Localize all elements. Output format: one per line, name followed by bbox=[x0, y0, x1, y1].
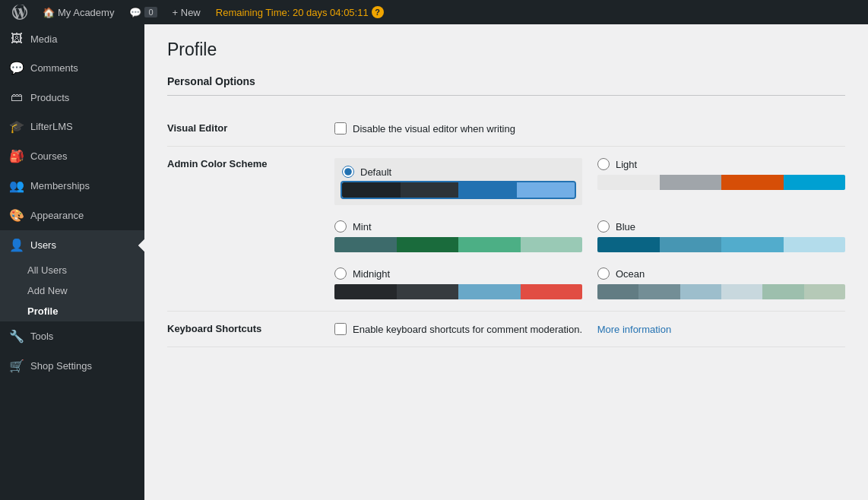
submenu-profile[interactable]: Profile bbox=[0, 301, 144, 321]
visual-editor-row: Visual Editor Disable the visual editor … bbox=[167, 111, 845, 147]
color-scheme-midnight-box bbox=[334, 284, 582, 299]
users-icon: 👤 bbox=[9, 238, 24, 252]
color-scheme-blue-radio[interactable] bbox=[597, 220, 610, 233]
site-name-button[interactable]: 🏠 My Academy bbox=[36, 0, 120, 24]
sidebar-item-media[interactable]: 🖼 Media bbox=[0, 24, 144, 53]
tools-icon: 🔧 bbox=[9, 329, 24, 343]
sidebar-item-comments[interactable]: 💬 Comments bbox=[0, 53, 144, 83]
wp-logo-button[interactable] bbox=[6, 0, 33, 24]
color-scheme-mint-radio[interactable] bbox=[334, 220, 347, 233]
keyboard-shortcuts-checkbox[interactable] bbox=[334, 323, 347, 335]
admin-color-scheme-label: Admin Color Scheme bbox=[167, 147, 334, 312]
color-scheme-mint[interactable]: Mint bbox=[334, 220, 582, 252]
submenu-add-new[interactable]: Add New bbox=[0, 280, 144, 301]
keyboard-shortcuts-label: Keyboard Shortcuts bbox=[167, 312, 334, 347]
shop-settings-icon: 🛒 bbox=[9, 359, 24, 373]
courses-icon: 🎒 bbox=[9, 149, 24, 163]
sidebar-item-appearance[interactable]: 🎨 Appearance bbox=[0, 201, 144, 230]
admin-color-scheme-row: Admin Color Scheme Default bbox=[167, 147, 845, 312]
visual-editor-checkbox-label[interactable]: Disable the visual editor when writing bbox=[334, 122, 845, 134]
color-scheme-light-box bbox=[597, 175, 845, 190]
color-scheme-ocean[interactable]: Ocean bbox=[597, 267, 845, 299]
comments-icon: 💬 bbox=[9, 61, 24, 75]
visual-editor-label: Visual Editor bbox=[167, 111, 334, 147]
color-scheme-default-label: Default bbox=[360, 166, 391, 178]
new-content-button[interactable]: + New bbox=[166, 0, 207, 24]
color-scheme-default-box bbox=[342, 182, 575, 198]
keyboard-shortcuts-checkbox-label[interactable]: Enable keyboard shortcuts for comment mo… bbox=[334, 323, 845, 335]
remaining-time: Remaining Time: 20 days 04:05:11 ? bbox=[216, 6, 384, 18]
sidebar-item-shop-settings[interactable]: 🛒 Shop Settings bbox=[0, 351, 144, 381]
lifterlms-icon: 🎓 bbox=[9, 119, 24, 134]
keyboard-shortcuts-row: Keyboard Shortcuts Enable keyboard short… bbox=[167, 312, 845, 347]
sidebar: 🖼 Media 💬 Comments 🗃 Products 🎓 LifterLM… bbox=[0, 24, 144, 500]
sidebar-item-tools[interactable]: 🔧 Tools bbox=[0, 321, 144, 351]
memberships-icon: 👥 bbox=[9, 179, 24, 193]
color-scheme-midnight-label: Midnight bbox=[353, 268, 390, 280]
submenu-all-users[interactable]: All Users bbox=[0, 260, 144, 280]
color-scheme-ocean-label: Ocean bbox=[616, 268, 645, 280]
personal-options-title: Personal Options bbox=[167, 75, 845, 96]
more-information-link[interactable]: More information bbox=[597, 324, 672, 335]
color-scheme-blue[interactable]: Blue bbox=[597, 220, 845, 252]
color-scheme-light-radio[interactable] bbox=[597, 158, 610, 170]
products-icon: 🗃 bbox=[9, 90, 24, 104]
color-scheme-default-radio[interactable] bbox=[342, 166, 354, 178]
color-scheme-light-label: Light bbox=[616, 159, 637, 170]
users-submenu: All Users Add New Profile bbox=[0, 260, 144, 321]
color-scheme-light[interactable]: Light bbox=[597, 158, 845, 205]
profile-table: Visual Editor Disable the visual editor … bbox=[167, 111, 845, 347]
color-scheme-blue-label: Blue bbox=[616, 221, 635, 233]
admin-bar: 🏠 My Academy 💬 0 + New Remaining Time: 2… bbox=[0, 0, 868, 24]
sidebar-item-products[interactable]: 🗃 Products bbox=[0, 83, 144, 112]
main-content: Profile Personal Options Visual Editor D… bbox=[144, 24, 868, 500]
color-scheme-midnight[interactable]: Midnight bbox=[334, 267, 582, 299]
color-scheme-blue-box bbox=[597, 237, 845, 252]
comments-button[interactable]: 💬 0 bbox=[123, 0, 163, 24]
color-scheme-grid: Default bbox=[334, 158, 845, 299]
sidebar-item-users[interactable]: 👤 Users bbox=[0, 230, 144, 260]
help-icon[interactable]: ? bbox=[372, 6, 384, 18]
color-scheme-ocean-box bbox=[597, 284, 845, 299]
color-scheme-mint-label: Mint bbox=[353, 221, 372, 233]
page-title: Profile bbox=[167, 40, 845, 60]
visual-editor-checkbox[interactable] bbox=[334, 122, 347, 134]
appearance-icon: 🎨 bbox=[9, 208, 24, 223]
sidebar-item-lifterlms[interactable]: 🎓 LifterLMS bbox=[0, 112, 144, 141]
color-scheme-midnight-radio[interactable] bbox=[334, 267, 347, 280]
color-scheme-default[interactable]: Default bbox=[334, 158, 582, 205]
color-scheme-mint-box bbox=[334, 237, 582, 252]
color-scheme-ocean-radio[interactable] bbox=[597, 267, 610, 280]
sidebar-item-courses[interactable]: 🎒 Courses bbox=[0, 141, 144, 171]
media-icon: 🖼 bbox=[9, 32, 24, 46]
sidebar-item-memberships[interactable]: 👥 Memberships bbox=[0, 171, 144, 201]
